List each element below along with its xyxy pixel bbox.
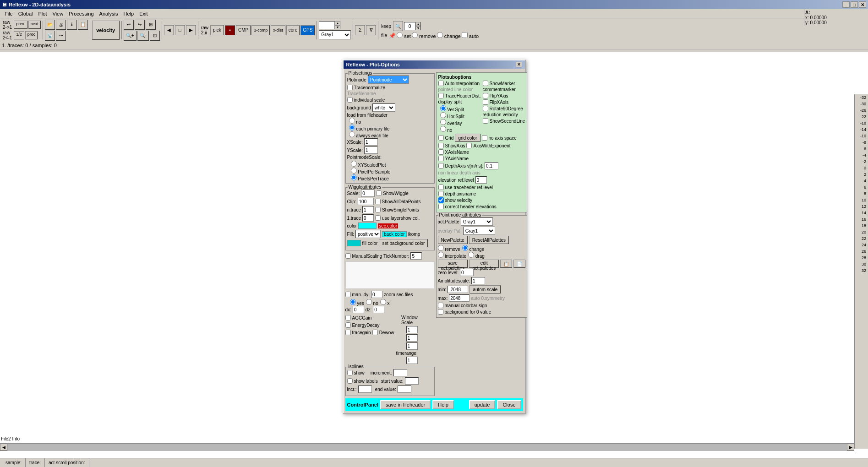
bg-select[interactable]: white — [372, 103, 395, 112]
show-all-check[interactable] — [375, 199, 381, 204]
iso-incr-input[interactable] — [393, 369, 407, 376]
overlay-pal-select[interactable]: Gray1 — [463, 227, 495, 235]
show-vel-check[interactable] — [438, 197, 444, 203]
flip-y-check[interactable] — [483, 93, 488, 98]
elevation-lbl: elevation — [438, 178, 457, 183]
no-split-radio[interactable] — [440, 126, 446, 132]
load-each-radio[interactable] — [349, 125, 355, 130]
auto-interp-check[interactable] — [438, 81, 444, 86]
max-input[interactable] — [449, 294, 469, 302]
xscale-input[interactable] — [364, 138, 378, 146]
act-palette-select[interactable]: Gray1 — [461, 217, 493, 226]
yaxis-check[interactable] — [438, 156, 444, 161]
dz-input[interactable] — [373, 306, 384, 313]
set-bg-color-btn[interactable]: set background color — [379, 239, 428, 247]
pm-change-radio[interactable] — [462, 245, 468, 251]
ref-level-input[interactable] — [475, 176, 487, 184]
xy-scaled-radio[interactable] — [351, 161, 357, 167]
tracegain-val-input[interactable] — [406, 342, 418, 350]
manual-scaling-check[interactable] — [345, 253, 351, 259]
clip-input[interactable] — [358, 198, 374, 205]
iso-incr2-input[interactable] — [358, 386, 372, 393]
ltrace-input[interactable] — [362, 214, 374, 222]
use-tracehdr-check[interactable] — [438, 185, 444, 190]
grid-check[interactable] — [438, 135, 444, 141]
depth-name-check[interactable] — [438, 191, 444, 196]
flip-x-check[interactable] — [483, 99, 488, 105]
amp-scale-input[interactable] — [471, 277, 485, 284]
palette-copy-btn[interactable]: 📋 — [500, 260, 512, 268]
energy-val-input[interactable] — [406, 334, 418, 342]
load-no-radio[interactable] — [349, 118, 355, 124]
dewow-check[interactable] — [372, 330, 378, 335]
agc-check[interactable] — [345, 315, 351, 320]
zero-level-input[interactable] — [460, 269, 474, 276]
show-axis-check[interactable] — [438, 143, 444, 148]
man-check[interactable] — [345, 292, 351, 297]
plotmode-select[interactable]: Pointmode Wiggle Raster — [368, 76, 409, 84]
iso-labels-check[interactable] — [347, 378, 353, 384]
help-btn[interactable]: Help — [432, 400, 454, 409]
pm-drag-radio[interactable] — [468, 252, 474, 258]
zoom-x-radio[interactable] — [380, 299, 386, 305]
bg0-check[interactable] — [438, 309, 443, 315]
ntrace-input[interactable] — [362, 206, 374, 213]
rotate90-check[interactable] — [483, 106, 488, 111]
wiggle-scale-input[interactable] — [361, 190, 375, 197]
show-wiggle-check[interactable] — [376, 190, 382, 196]
layer-check[interactable] — [375, 215, 381, 221]
fill-color-box[interactable] — [347, 240, 361, 246]
ver-split-radio[interactable] — [440, 105, 446, 111]
dy-input[interactable] — [371, 291, 382, 298]
yscale-row: YScale: — [347, 147, 433, 154]
edit-act-palettes-btn[interactable]: edit act.palettes — [469, 260, 499, 268]
grid-color-btn[interactable]: grid color — [455, 134, 480, 142]
depth-axis-check[interactable] — [438, 163, 444, 168]
show-marker-check[interactable] — [483, 81, 488, 86]
vmns-input[interactable] — [485, 162, 498, 169]
individual-check[interactable] — [347, 97, 353, 103]
second-line-check[interactable] — [483, 118, 488, 124]
autom-scale-btn[interactable]: autom.scale — [469, 285, 501, 293]
zoom-no-radio[interactable] — [366, 299, 372, 305]
energy-check[interactable] — [345, 322, 351, 328]
no-axis-check[interactable] — [482, 135, 487, 141]
dialog-close-btn[interactable]: ✕ — [516, 62, 522, 67]
tracenorm-check[interactable] — [347, 85, 353, 90]
update-btn[interactable]: update — [469, 400, 496, 409]
pixels-per-trace-radio[interactable] — [351, 174, 357, 180]
iso-end-input[interactable] — [398, 386, 411, 393]
overlay-radio[interactable] — [440, 119, 446, 125]
sec-color-box[interactable] — [358, 223, 377, 229]
tracegain-check[interactable] — [345, 330, 351, 335]
agc-val-input[interactable] — [406, 326, 418, 333]
dx-input[interactable] — [353, 306, 364, 313]
back-color-btn[interactable]: back color — [382, 231, 407, 237]
single-pts-check[interactable] — [375, 207, 381, 212]
vmns-lbl: v[m/ns]: — [467, 163, 483, 168]
yscale-input[interactable] — [364, 147, 378, 154]
save-act-palettes-btn[interactable]: save act.palettes — [438, 260, 468, 268]
min-input[interactable] — [448, 286, 468, 293]
tick-number-input[interactable] — [410, 252, 422, 260]
save-fileheader-btn[interactable]: save in fileheader — [380, 400, 431, 409]
pm-interp-radio[interactable] — [438, 252, 444, 258]
timerange-input[interactable] — [406, 357, 418, 364]
fill-select[interactable]: positive — [355, 230, 381, 238]
iso-start-input[interactable] — [405, 377, 419, 385]
load-always-radio[interactable] — [349, 131, 355, 137]
reset-palettes-btn[interactable]: ResetAllPalettes — [469, 236, 509, 244]
iso-show-check[interactable] — [347, 370, 353, 375]
new-palette-btn[interactable]: NewPalette — [438, 236, 468, 244]
close-dialog-btn[interactable]: Close — [497, 400, 521, 409]
xaxis-check[interactable] — [438, 149, 444, 155]
manual-colorbar-check[interactable] — [438, 303, 443, 308]
trace-header-check[interactable] — [438, 93, 444, 98]
pm-remove-radio[interactable] — [438, 245, 444, 251]
hor-split-radio[interactable] — [440, 112, 446, 118]
zoom-yes-radio[interactable] — [350, 299, 356, 305]
pixel-per-sample-radio[interactable] — [351, 168, 357, 174]
palette-paste-btn[interactable]: 📄 — [513, 260, 525, 268]
axis-exp-check[interactable] — [466, 143, 472, 148]
correct-hdr-check[interactable] — [438, 204, 444, 209]
